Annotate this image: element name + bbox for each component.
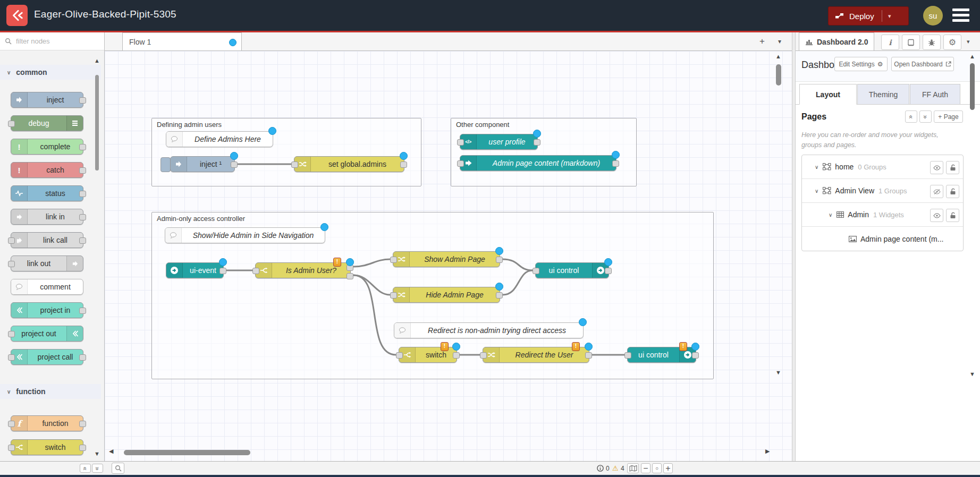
palette-node-catch[interactable]: ! catch: [11, 162, 83, 178]
output-port[interactable]: [219, 268, 226, 274]
output-port[interactable]: [605, 268, 612, 274]
input-port[interactable]: [8, 121, 15, 127]
tab-dashboard-2[interactable]: Dashboard 2.0: [799, 32, 874, 50]
output-port[interactable]: [79, 144, 86, 150]
widget-row-admin-page-content[interactable]: Admin page content (m...: [802, 227, 963, 251]
input-port[interactable]: [252, 268, 259, 274]
output-port[interactable]: [79, 237, 86, 244]
main-menu-icon[interactable]: [952, 8, 969, 22]
deploy-button[interactable]: Deploy ▾: [828, 6, 909, 25]
canvas-scroll-down-icon[interactable]: ▼: [775, 370, 781, 376]
visibility-button[interactable]: [930, 209, 943, 222]
input-port[interactable]: [533, 268, 539, 274]
input-port[interactable]: [8, 261, 15, 267]
deploy-caret-icon[interactable]: ▾: [882, 13, 897, 20]
sidebar-scrollbar-thumb[interactable]: [970, 63, 975, 110]
palette-node-switch[interactable]: switch: [11, 439, 83, 455]
output-port[interactable]: [692, 352, 699, 359]
palette-node-link-call[interactable]: link call: [11, 232, 83, 248]
input-port[interactable]: [390, 292, 397, 299]
visibility-button[interactable]: [930, 161, 943, 174]
input-port[interactable]: [624, 352, 631, 359]
output-port[interactable]: [79, 191, 86, 197]
node-ui-event[interactable]: ui-event: [166, 262, 224, 278]
inject-trigger-button[interactable]: [160, 157, 171, 172]
canvas-vscrollbar-thumb[interactable]: [776, 64, 781, 86]
zoom-in-button[interactable]: +: [663, 463, 673, 473]
input-port[interactable]: [8, 354, 15, 361]
info-button[interactable]: i: [881, 35, 899, 50]
category-function[interactable]: ∨ function: [0, 384, 101, 399]
input-port[interactable]: [457, 139, 464, 146]
palette-node-link-in[interactable]: link in: [11, 209, 83, 225]
canvas-scroll-left-icon[interactable]: ◀: [109, 448, 113, 454]
input-port[interactable]: [390, 257, 397, 263]
palette-node-debug[interactable]: debug: [11, 115, 83, 131]
palette-node-inject[interactable]: inject: [11, 92, 83, 108]
output-port[interactable]: [534, 139, 540, 146]
input-port[interactable]: [480, 352, 487, 359]
output-port[interactable]: [231, 161, 238, 168]
output-port[interactable]: [79, 421, 86, 427]
output-port[interactable]: [453, 352, 460, 359]
output-port[interactable]: [496, 292, 503, 299]
tab-theming[interactable]: Theming: [857, 84, 909, 105]
input-port[interactable]: [8, 237, 15, 244]
tab-ff-auth[interactable]: FF Auth: [910, 84, 960, 105]
input-port[interactable]: [8, 331, 15, 337]
node-ui-control-2[interactable]: ui control !: [627, 347, 696, 363]
add-flow-button[interactable]: +: [756, 36, 768, 47]
page-row-home[interactable]: ∨ home 0 Groups: [802, 155, 963, 179]
comment-node-define-admins[interactable]: Define Admins Here: [166, 131, 273, 147]
user-avatar[interactable]: su: [923, 6, 943, 25]
palette-scrollbar-thumb[interactable]: [95, 75, 99, 171]
add-page-button[interactable]: + Page: [934, 110, 963, 123]
input-port[interactable]: [291, 161, 298, 168]
minimap-toggle-button[interactable]: [627, 463, 639, 473]
expand-all-button[interactable]: »: [919, 110, 932, 123]
lock-button[interactable]: [946, 161, 959, 174]
node-user-profile[interactable]: </> user profile: [460, 134, 538, 150]
output-port[interactable]: [612, 160, 619, 167]
node-ui-control-1[interactable]: ui control: [535, 262, 609, 278]
canvas-scroll-right-icon[interactable]: ▶: [765, 448, 770, 454]
canvas-hscrollbar-thumb[interactable]: [124, 450, 250, 455]
open-dashboard-button[interactable]: Open Dashboard: [891, 57, 954, 71]
input-port[interactable]: [8, 421, 15, 427]
output-port[interactable]: [400, 161, 407, 168]
palette-scroll-down-icon[interactable]: ▼: [94, 451, 100, 457]
sidebar-splitter[interactable]: [792, 32, 796, 461]
group-defining-admin-users[interactable]: Defining admin users: [151, 118, 421, 186]
output-port[interactable]: [79, 214, 86, 220]
node-inject[interactable]: inject ¹: [170, 156, 235, 172]
palette-node-project-call[interactable]: project call: [11, 349, 83, 365]
settings-button[interactable]: ⚙: [943, 35, 961, 50]
palette-collapse-all-button[interactable]: «: [80, 464, 91, 473]
node-show-admin-page[interactable]: Show Admin Page: [393, 251, 500, 267]
palette-scroll-up-icon[interactable]: ▲: [94, 58, 100, 64]
output-port[interactable]: [79, 167, 86, 174]
lock-button[interactable]: [946, 209, 959, 222]
input-port[interactable]: [457, 160, 464, 167]
palette-node-complete[interactable]: ! complete: [11, 139, 83, 155]
comment-node-redirect[interactable]: Redirect is non-admin trying direct acce…: [394, 322, 584, 338]
palette-node-project-in[interactable]: project in: [11, 302, 83, 318]
input-port[interactable]: [8, 445, 15, 451]
zoom-reset-button[interactable]: ○: [652, 463, 662, 473]
canvas-scroll-up-icon[interactable]: ▲: [775, 54, 781, 59]
node-set-global-admins[interactable]: set global.admins: [294, 156, 404, 172]
group-other-component[interactable]: Other component: [451, 118, 637, 186]
input-port[interactable]: [396, 352, 403, 359]
tab-layout[interactable]: Layout: [799, 84, 857, 105]
output-port[interactable]: [79, 445, 86, 451]
page-row-admin-view[interactable]: ∨ Admin View 1 Groups: [802, 179, 963, 203]
canvas-search-button[interactable]: [112, 463, 124, 474]
zoom-out-button[interactable]: −: [641, 463, 650, 473]
sidebar-tabs-caret-icon[interactable]: ▾: [967, 38, 970, 45]
palette-node-status[interactable]: status: [11, 185, 83, 201]
palette-node-link-out[interactable]: link out: [11, 255, 83, 271]
category-common[interactable]: ∨ common: [0, 65, 101, 80]
output-port[interactable]: [79, 354, 86, 361]
palette-node-function[interactable]: f function: [11, 415, 83, 431]
comment-node-show-hide-admin[interactable]: Show/Hide Admin in Side Navigation: [165, 227, 325, 243]
